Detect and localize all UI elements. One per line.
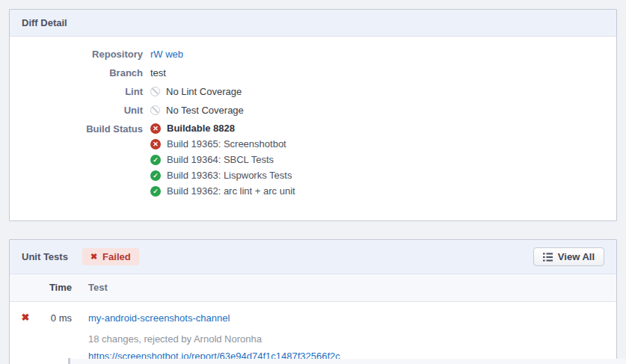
- view-all-label: View All: [558, 251, 595, 262]
- build-item: ✓ Build 19362: arc lint + arc unit: [150, 186, 295, 197]
- circle-x-icon: ✕: [150, 123, 161, 134]
- build-link[interactable]: Build 19364: SBCL Tests: [167, 155, 274, 165]
- build-item: ✓ Build 19364: SBCL Tests: [150, 155, 295, 165]
- repository-link[interactable]: rW web: [150, 49, 183, 60]
- lint-label: Lint: [10, 86, 143, 97]
- test-column-header: Test: [88, 283, 616, 293]
- test-time: 0 ms: [41, 312, 72, 362]
- test-detail-text: 18 changes, rejected by Arnold Noronha: [88, 334, 616, 345]
- build-link[interactable]: Build 19363: Lispworks Tests: [167, 170, 292, 181]
- diff-detail-panel: Diff Detail Repository rW web Branch tes…: [9, 9, 617, 221]
- property-row-branch: Branch test: [10, 67, 604, 78]
- table-row: ✖ 0 ms my-android-screenshots-channel 18…: [10, 302, 616, 364]
- branch-value: test: [150, 67, 166, 78]
- unit-tests-table-header: Time Test: [10, 274, 616, 302]
- ban-icon: [150, 105, 160, 115]
- repository-label: Repository: [10, 49, 143, 60]
- property-row-lint: Lint No Lint Coverage: [10, 86, 604, 97]
- ban-icon: [150, 87, 160, 96]
- build-item: ✓ Build 19363: Lispworks Tests: [150, 170, 295, 181]
- unit-tests-header: Unit Tests ✖ Failed View All: [10, 240, 616, 274]
- failed-badge: ✖ Failed: [82, 248, 139, 265]
- circle-check-icon: ✓: [150, 155, 161, 165]
- view-all-button[interactable]: View All: [533, 247, 604, 266]
- lint-value: No Lint Coverage: [166, 86, 242, 97]
- property-row-repository: Repository rW web: [10, 49, 604, 60]
- build-link[interactable]: Build 19365: Screenshotbot: [167, 139, 286, 149]
- circle-check-icon: ✓: [150, 170, 161, 181]
- build-link[interactable]: Build 19362: arc lint + arc unit: [167, 186, 295, 197]
- property-row-build-status: Build Status ✕ Buildable 8828 ✕ Build 19…: [10, 123, 604, 197]
- x-icon: ✖: [22, 312, 30, 362]
- unit-tests-title: Unit Tests: [22, 251, 68, 262]
- unit-label: Unit: [10, 105, 143, 116]
- circle-x-icon: ✕: [150, 139, 161, 149]
- next-section-strip: [70, 359, 626, 364]
- unit-tests-panel: Unit Tests ✖ Failed View All Time Test ✖…: [9, 239, 617, 364]
- list-icon: [543, 253, 553, 262]
- diff-detail-body: Repository rW web Branch test Lint No Li…: [10, 37, 616, 220]
- build-list: ✕ Buildable 8828 ✕ Build 19365: Screensh…: [150, 123, 295, 197]
- time-column-header: Time: [41, 283, 72, 293]
- unit-value: No Test Coverage: [166, 105, 244, 116]
- build-status-label: Build Status: [10, 123, 143, 197]
- x-icon: ✖: [90, 253, 97, 261]
- diff-detail-header: Diff Detail: [10, 10, 616, 37]
- diff-detail-title: Diff Detail: [22, 17, 67, 28]
- test-name-link[interactable]: my-android-screenshots-channel: [88, 313, 230, 324]
- property-row-unit: Unit No Test Coverage: [10, 105, 604, 116]
- circle-check-icon: ✓: [150, 186, 161, 197]
- status-column-header: [10, 283, 41, 293]
- build-item: ✕ Build 19365: Screenshotbot: [150, 139, 295, 149]
- buildable-link[interactable]: Buildable 8828: [167, 123, 235, 134]
- branch-label: Branch: [10, 67, 143, 78]
- build-item-buildable: ✕ Buildable 8828: [150, 123, 295, 134]
- timeline-spine: [68, 358, 70, 364]
- failed-badge-label: Failed: [102, 251, 131, 262]
